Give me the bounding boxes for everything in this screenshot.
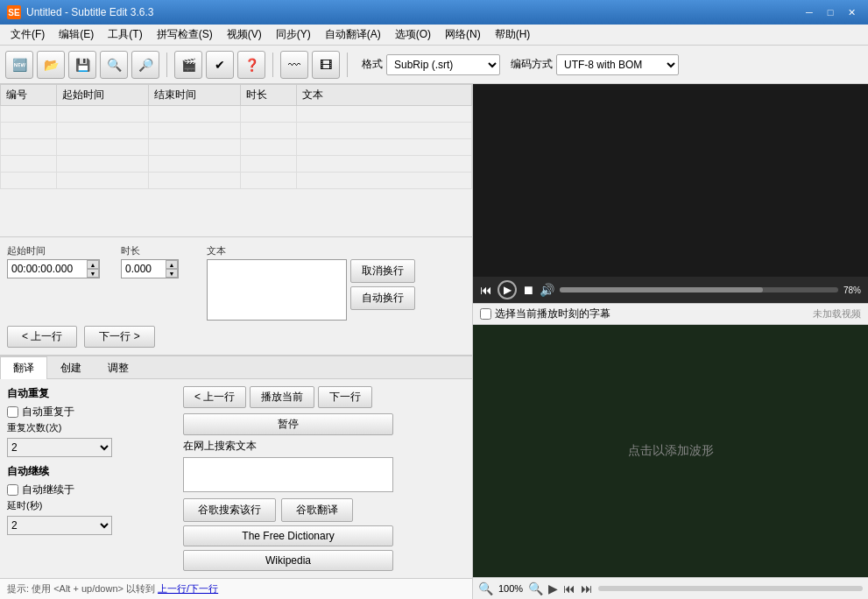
volume-button[interactable]: 🔊 [540,283,554,297]
waveform-seekbar[interactable] [598,586,863,591]
play-waveform-button[interactable]: ▶ [548,581,558,595]
encoding-select[interactable]: UTF-8 with BOM [556,54,679,75]
trans-pause-button[interactable]: 暂停 [183,413,393,435]
prev-line-button[interactable]: < 上一行 [7,326,77,348]
delay-select[interactable]: 2 [7,516,112,535]
menu-item-f[interactable]: 文件(F) [4,25,52,44]
hint-link[interactable]: 上一行/下一行 [158,583,218,594]
cancel-wrap-button[interactable]: 取消换行 [350,259,415,283]
zoom-percentage: 100% [498,583,523,594]
trans-play-current-button[interactable]: 播放当前 [250,386,314,408]
tab-create[interactable]: 创建 [47,356,95,379]
auto-repeat-checkbox[interactable] [7,406,18,418]
auto-continue-checkbox[interactable] [7,484,18,496]
minimize-button[interactable]: ─ [800,4,819,20]
video-time: 78% [843,285,861,295]
menu-item-e[interactable]: 编辑(E) [52,25,101,44]
waveform-controls: 🔍 100% 🔍 ▶ ⏮ ⏭ [473,577,868,599]
menu-item-o[interactable]: 选项(O) [388,25,438,44]
col-text: 文本 [297,85,472,106]
play-button[interactable]: ▶ [498,280,517,300]
translation-left: 自动重复 自动重复于 重复次数(次) 2 自动继续 [7,386,169,571]
duration-up[interactable]: ▲ [166,260,178,269]
find-replace-button[interactable]: 🔎 [131,51,159,79]
open-button[interactable]: 📂 [37,51,65,79]
menu-item-y[interactable]: 同步(Y) [269,25,318,44]
waveform-button[interactable]: 〰 [280,51,308,79]
trans-prev-button[interactable]: < 上一行 [183,386,246,408]
close-button[interactable]: ✕ [842,4,861,20]
col-start: 起始时间 [56,85,148,106]
search-btn-row: 谷歌搜索该行 谷歌翻译 [183,498,465,522]
tab-content-translate: 自动重复 自动重复于 重复次数(次) 2 自动继续 [0,379,472,578]
find-button[interactable]: 🔍 [100,51,128,79]
menu-item-t[interactable]: 工具(T) [101,25,149,44]
next-line-button[interactable]: 下一行 > [84,326,154,348]
subtitle-preview-header: 选择当前播放时刻的字幕 未加载视频 [473,303,868,325]
format-label: 格式 [362,57,383,72]
window-controls: ─ □ ✕ [800,4,861,20]
table-row[interactable] [1,106,472,123]
zoom-out-icon[interactable]: 🔍 [478,581,493,595]
repeat-count-dropdown: 2 [7,438,169,457]
start-time-input[interactable]: 00:00:00.000 [8,261,87,277]
waveform-prev-button[interactable]: ⏮ [563,581,575,595]
help-button[interactable]: ❓ [237,51,265,79]
delay-label: 延时(秒) [7,499,169,512]
menu-item-n[interactable]: 网络(N) [438,25,488,44]
video-controls: ⏮ ▶ ⏹ 🔊 78% [473,277,868,303]
col-number: 编号 [1,85,57,106]
search-text-input[interactable] [183,457,393,492]
tab-translate[interactable]: 翻译 [0,356,47,379]
duration-field[interactable]: 0.000 ▲ ▼ [121,259,179,278]
waveform-next-button[interactable]: ⏭ [581,581,593,595]
duration-down[interactable]: ▼ [166,269,178,278]
duration-input[interactable]: 0.000 [122,261,166,277]
stop-button[interactable]: ⏹ [522,283,534,297]
subtitle-table-area: 编号 起始时间 结束时间 时长 文本 [0,84,472,237]
current-subtitle-checkbox[interactable] [480,308,491,320]
edit-area: 起始时间 00:00:00.000 ▲ ▼ 时长 0.000 ▲ [0,237,472,356]
google-translate-button[interactable]: 谷歌翻译 [281,498,353,522]
video-button[interactable]: 🎞 [312,51,340,79]
new-button[interactable]: 🆕 [5,51,33,79]
google-search-button[interactable]: 谷歌搜索该行 [183,498,276,522]
maximize-button[interactable]: □ [821,4,840,20]
check-button[interactable]: ✔ [206,51,234,79]
start-time-field[interactable]: 00:00:00.000 ▲ ▼ [7,259,100,278]
window-title: Untitled - Subtitle Edit 3.6.3 [26,6,800,18]
auto-wrap-button[interactable]: 自动换行 [350,286,415,310]
video-edit-button[interactable]: 🎬 [174,51,202,79]
tab-bar: 翻译 创建 调整 [0,356,472,379]
start-time-up[interactable]: ▲ [87,260,99,269]
table-row[interactable] [1,123,472,139]
table-row[interactable] [1,156,472,173]
current-subtitle-label: 选择当前播放时刻的字幕 [495,307,610,321]
rewind-button[interactable]: ⏮ [480,283,492,297]
col-end: 结束时间 [148,85,240,106]
col-duration: 时长 [241,85,297,106]
nav-buttons: < 上一行 下一行 > [7,326,465,348]
video-progress-bar[interactable] [560,287,838,292]
table-row[interactable] [1,139,472,156]
subtitle-table: 编号 起始时间 结束时间 时长 文本 [0,84,472,189]
main-layout: 编号 起始时间 结束时间 时长 文本 [0,84,868,599]
repeat-count-select[interactable]: 2 [7,438,112,457]
zoom-in-icon[interactable]: 🔍 [528,581,543,595]
free-dictionary-button[interactable]: The Free Dictionary [183,525,393,546]
menu-item-h[interactable]: 帮助(H) [488,25,538,44]
trans-next-button[interactable]: 下一行 [318,386,372,408]
menu-item-v[interactable]: 视频(V) [220,25,269,44]
start-time-down[interactable]: ▼ [87,269,99,278]
wikipedia-button[interactable]: Wikipedia [183,550,393,571]
table-row[interactable] [1,173,472,189]
tab-adjust[interactable]: 调整 [95,356,142,379]
save-button[interactable]: 💾 [68,51,96,79]
menu-item-s[interactable]: 拼写检查(S) [150,25,220,44]
format-select[interactable]: SubRip (.srt) [386,54,500,75]
title-bar: SE Untitled - Subtitle Edit 3.6.3 ─ □ ✕ [0,0,868,25]
not-loaded-label: 未加载视频 [813,307,861,321]
menu-item-a[interactable]: 自动翻译(A) [318,25,388,44]
text-input[interactable] [207,259,347,321]
auto-repeat-label: 自动重复于 [22,405,74,419]
